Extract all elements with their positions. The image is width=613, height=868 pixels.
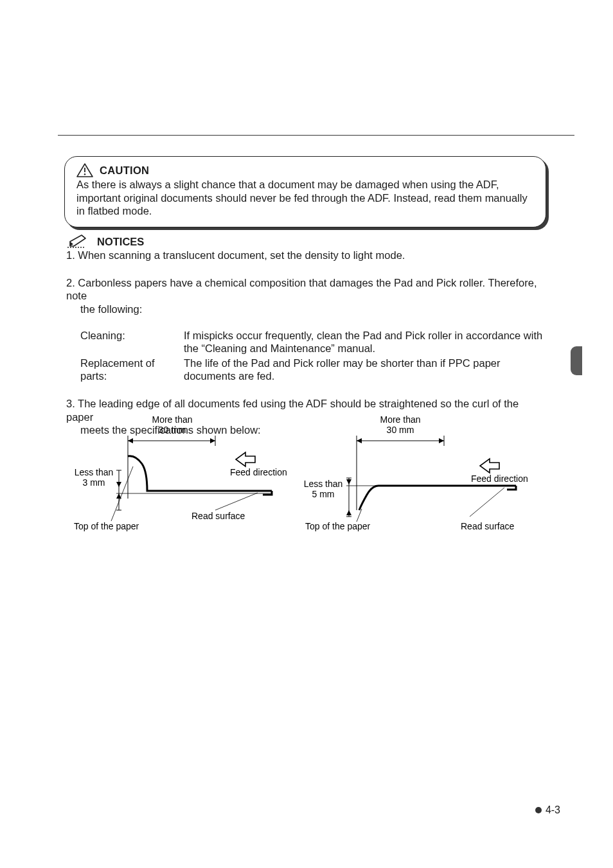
svg-marker-24 — [346, 479, 351, 484]
more-than-value: 30 mm — [159, 425, 186, 435]
curl-diagram-right: More than 30 mm Feed direction Less than… — [298, 409, 548, 550]
page-footer: 4-3 — [535, 804, 560, 817]
side-tab — [571, 346, 582, 375]
svg-marker-17 — [357, 438, 362, 443]
notices-heading: NOTICES — [66, 233, 547, 249]
less-than-3-l2: 3 mm — [83, 477, 105, 488]
caution-label: CAUTION — [100, 164, 149, 177]
notice-2-line1: 2. Carbonless papers have a chemical com… — [66, 276, 547, 303]
more-than-label: More than — [152, 414, 192, 425]
feed-direction-label: Feed direction — [230, 467, 287, 477]
caution-box: CAUTION As there is always a slight chan… — [64, 156, 546, 227]
warning-triangle-icon — [76, 163, 93, 177]
caution-body: As there is always a slight chance that … — [76, 178, 535, 218]
notices-label: NOTICES — [97, 235, 144, 249]
cleaning-text: If mispicks occur frequently, clean the … — [184, 329, 547, 355]
more-than-value-r: 30 mm — [387, 425, 414, 435]
notice-item-1: 1. When scanning a translucent document,… — [66, 249, 547, 262]
svg-marker-11 — [116, 482, 121, 487]
notice-item-2: 2. Carbonless papers have a chemical com… — [66, 276, 547, 383]
svg-line-13 — [111, 466, 133, 521]
svg-marker-25 — [346, 510, 351, 515]
read-surface-label-left: Read surface — [191, 511, 245, 521]
less-than-5-l1: Less than — [304, 479, 343, 489]
svg-point-1 — [84, 173, 85, 175]
curl-diagram-left: More than 30 mm Feed direction Less than… — [66, 409, 298, 550]
svg-marker-18 — [439, 438, 444, 443]
header-rule — [58, 135, 574, 136]
svg-line-27 — [470, 488, 504, 517]
svg-line-14 — [215, 493, 258, 510]
svg-line-26 — [357, 509, 362, 522]
page-number: 4-3 — [546, 804, 560, 817]
cleaning-label: Cleaning: — [80, 329, 180, 355]
feed-arrow-icon — [236, 452, 255, 466]
less-than-3-l1: Less than — [75, 467, 114, 477]
pencil-icon — [66, 233, 92, 249]
read-surface-label-right: Read surface — [461, 521, 514, 531]
caution-heading: CAUTION — [76, 163, 535, 177]
notice-2-definitions: Cleaning: If mispicks occur frequently, … — [66, 329, 547, 384]
feed-direction-label-r: Feed direction — [471, 474, 528, 484]
notice-1-text: 1. When scanning a translucent document,… — [66, 249, 547, 262]
replacement-label: Replacement of parts: — [80, 357, 180, 383]
feed-arrow-icon-r — [480, 459, 499, 473]
less-than-5-l2: 5 mm — [312, 489, 335, 499]
svg-marker-5 — [210, 438, 215, 443]
diagrams-row: More than 30 mm Feed direction Less than… — [66, 409, 548, 556]
top-of-paper-label-left: Top of the paper — [74, 521, 139, 531]
more-than-label-r: More than — [380, 414, 420, 425]
notice-2-line2: the following: — [66, 303, 547, 316]
svg-marker-4 — [128, 438, 133, 443]
top-of-paper-label-right: Top of the paper — [305, 521, 371, 531]
replacement-text: The life of the Pad and Pick roller may … — [184, 357, 547, 383]
notices-block: NOTICES 1. When scanning a translucent d… — [66, 233, 547, 437]
footer-bullet-icon — [535, 807, 542, 813]
